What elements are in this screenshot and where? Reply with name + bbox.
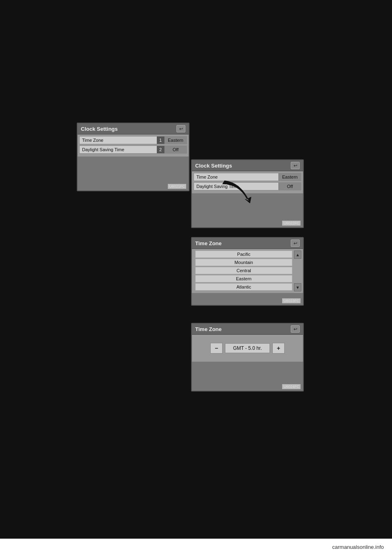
screen2-row-timezone[interactable]: Time Zone Eastern: [194, 173, 301, 181]
screen3-body: Pacific Mountain Central Eastern Atlanti…: [192, 249, 303, 293]
tz-mountain[interactable]: Mountain: [195, 259, 292, 266]
tz-central[interactable]: Central: [195, 267, 292, 274]
scroll-up-button[interactable]: ▲: [294, 251, 301, 259]
screen3-title: Time Zone: [195, 240, 222, 246]
screen3-timezone-list: Time Zone ↩ Pacific Mountain Central Eas…: [191, 237, 304, 306]
footer-bar: carmanualsonline.info: [0, 539, 392, 555]
screen4-watermark: U6024FC: [282, 384, 301, 389]
screen1-title: Clock Settings: [81, 126, 118, 132]
screen1-row-timezone[interactable]: Time Zone 1 Eastern: [79, 136, 187, 144]
screen1-dst-value: Off: [164, 146, 187, 153]
tz-atlantic[interactable]: Atlantic: [195, 283, 292, 291]
screen4-title: Time Zone: [195, 326, 222, 332]
screen1-header: Clock Settings ↩: [78, 123, 189, 134]
screen1-dst-label: Daylight Saving Time: [80, 146, 157, 153]
screen4-header: Time Zone ↩: [192, 324, 303, 335]
screen2-row-dst[interactable]: Daylight Saving Time Off: [194, 182, 301, 190]
tz-pacific[interactable]: Pacific: [195, 251, 292, 258]
screen1-body: Time Zone 1 Eastern Daylight Saving Time…: [78, 134, 189, 157]
screen1-watermark: U6021FC: [168, 184, 186, 189]
scroll-controls: ▲ ▼: [294, 249, 303, 293]
screen1-row-dst[interactable]: Daylight Saving Time 2 Off: [79, 145, 187, 154]
scroll-down-button[interactable]: ▼: [294, 283, 301, 291]
screen2-header: Clock Settings ↩: [192, 160, 303, 171]
screen1-back-button[interactable]: ↩: [176, 125, 185, 132]
screen2-clock-settings: Clock Settings ↩ Time Zone Eastern Dayli…: [191, 159, 304, 228]
gmt-minus-button[interactable]: −: [210, 343, 223, 354]
screen2-back-button[interactable]: ↩: [291, 162, 300, 169]
screen1-timezone-label: Time Zone: [80, 137, 157, 144]
gmt-plus-button[interactable]: +: [272, 343, 285, 354]
screen1-clock-settings: Clock Settings ↩ Time Zone 1 Eastern Day…: [77, 123, 189, 191]
screen2-title: Clock Settings: [195, 163, 232, 169]
screen4-timezone-gmt: Time Zone ↩ − GMT - 5.0 hr. + U6024FC: [191, 323, 304, 392]
screen1-timezone-value: Eastern: [164, 137, 187, 144]
screen4-back-button[interactable]: ↩: [291, 325, 300, 333]
screen1-timezone-num: 1: [157, 137, 164, 144]
screen2-timezone-label: Time Zone: [194, 173, 278, 181]
screen3-header: Time Zone ↩: [192, 238, 303, 249]
gmt-display: GMT - 5.0 hr.: [225, 343, 270, 353]
gmt-control-area: − GMT - 5.0 hr. +: [192, 335, 303, 362]
screen2-watermark: U6022FC: [282, 221, 301, 226]
screen2-dst-value: Off: [278, 183, 301, 190]
screen3-back-button[interactable]: ↩: [291, 239, 300, 247]
screen1-dst-num: 2: [157, 146, 164, 153]
tz-eastern[interactable]: Eastern: [195, 275, 292, 282]
screen2-body: Time Zone Eastern Daylight Saving Time O…: [192, 171, 303, 193]
timezone-list: Pacific Mountain Central Eastern Atlanti…: [192, 249, 294, 293]
screen2-dst-label: Daylight Saving Time: [194, 183, 278, 190]
screen2-timezone-value: Eastern: [278, 173, 301, 181]
page-background: Clock Settings ↩ Time Zone 1 Eastern Day…: [0, 0, 392, 555]
screen3-watermark: U6023FC: [282, 298, 301, 303]
carmanuals-logo: carmanualsonline.info: [332, 544, 384, 550]
